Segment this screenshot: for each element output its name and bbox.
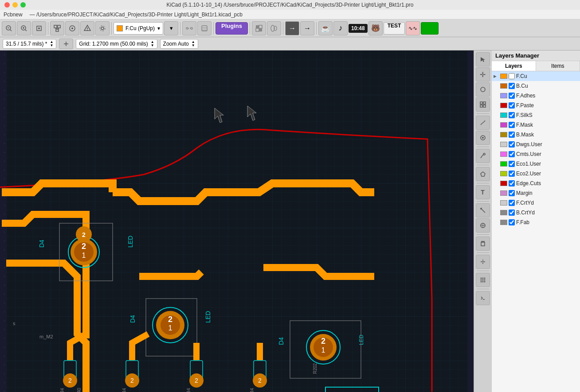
minimize-button[interactable] <box>12 2 18 8</box>
zoom-out-button[interactable] <box>2 21 16 35</box>
select-tool[interactable] <box>476 52 490 66</box>
layer-row-edge-cuts[interactable]: Edge.Cuts <box>492 179 580 188</box>
layer-color-swatch <box>500 210 507 215</box>
layer-row-margin[interactable]: Margin <box>492 188 580 198</box>
svg-rect-97 <box>483 105 486 107</box>
coord-arrows[interactable]: ▲ ▼ <box>50 40 53 47</box>
arrow-right2-button[interactable]: → <box>300 21 314 35</box>
layer-color-swatch <box>500 220 507 225</box>
route-tool[interactable] <box>476 116 490 130</box>
layer-row-f-cu[interactable]: ▶F.Cu <box>492 71 580 81</box>
separator7 <box>316 22 317 35</box>
layer-visibility-checkbox[interactable] <box>509 112 515 118</box>
layer-dropdown-btn[interactable]: ▾ <box>164 21 178 35</box>
via-tool[interactable] <box>476 131 490 145</box>
layer-row-b-cu[interactable]: B.Cu <box>492 81 580 91</box>
layer-row-dwgs-user[interactable]: Dwgs.User <box>492 140 580 149</box>
layer-row-f-silks[interactable]: F.SilkS <box>492 110 580 120</box>
layer-visibility-checkbox[interactable] <box>509 180 515 186</box>
layer-visibility-checkbox[interactable] <box>509 151 515 157</box>
grid-arrows[interactable]: ▲ ▼ <box>151 40 154 47</box>
polygon-tool[interactable] <box>476 167 490 181</box>
layer-visibility-checkbox[interactable] <box>509 190 515 196</box>
cross-tool[interactable]: ✛ <box>476 67 490 82</box>
layer-visibility-checkbox[interactable] <box>509 171 515 177</box>
layer-visibility-checkbox[interactable] <box>509 83 515 89</box>
layer-visibility-checkbox[interactable] <box>509 73 515 79</box>
zoom-fit-button[interactable] <box>32 21 46 35</box>
layer-name-label: F.Mask <box>516 122 533 128</box>
net-inspector-button[interactable] <box>50 21 64 35</box>
svg-line-6 <box>25 30 27 31</box>
setup-button[interactable] <box>95 21 110 35</box>
layer-row-f-fab[interactable]: F.Fab <box>492 217 580 227</box>
layer-row-f-mask[interactable]: F.Mask <box>492 120 580 130</box>
layer-visibility-checkbox[interactable] <box>509 141 515 147</box>
board-stats-button[interactable] <box>252 21 266 35</box>
zoom-in-button[interactable] <box>17 21 31 35</box>
tab-layers[interactable]: Layers <box>492 61 536 71</box>
zoom-display[interactable]: Zoom Auto ▲ ▼ <box>160 39 198 49</box>
arrow-right-button[interactable]: → <box>285 21 299 35</box>
layer-visibility-checkbox[interactable] <box>509 219 515 225</box>
highlight-button[interactable] <box>65 21 79 35</box>
footprint-button[interactable] <box>267 21 281 35</box>
layer-row-f-paste[interactable]: F.Paste <box>492 101 580 110</box>
grid-tool[interactable] <box>476 97 490 112</box>
right-tools-panel: ✛ T <box>474 50 491 392</box>
tab-items[interactable]: Items <box>536 61 580 71</box>
coord-reset-button[interactable] <box>59 39 73 49</box>
close-button[interactable] <box>4 2 10 8</box>
copper-pour-button[interactable] <box>197 21 212 35</box>
test-button[interactable]: TEST <box>384 22 405 35</box>
layer-visibility-checkbox[interactable] <box>509 210 515 216</box>
layer-name-label: B.Mask <box>516 132 534 138</box>
grid-display[interactable]: Grid: 1.2700 mm (50.00 mils) ▲ ▼ <box>76 39 157 49</box>
coordinates-display[interactable]: 31.5 / 15.7 mils) * ▲ ▼ <box>3 39 56 49</box>
svg-point-118 <box>480 279 482 281</box>
layer-select[interactable]: F.Cu (PgUp) ▾ <box>114 22 163 35</box>
text-tool[interactable]: T <box>476 185 490 199</box>
pcb-canvas[interactable]: 2 1 2 D4 LED 2 1 D4 LED <box>0 50 474 392</box>
layer-row-f-crtyd[interactable]: F.CrtYd <box>492 198 580 208</box>
svg-text:D4: D4 <box>278 337 285 345</box>
script-tool[interactable] <box>476 291 490 305</box>
layer-visibility-checkbox[interactable] <box>509 122 515 128</box>
layer-visibility-checkbox[interactable] <box>509 200 515 206</box>
maximize-button[interactable] <box>20 2 26 8</box>
svg-line-102 <box>481 208 485 213</box>
zoom-arrows[interactable]: ▲ ▼ <box>192 40 195 47</box>
layer-color-swatch <box>500 181 507 186</box>
svg-rect-30 <box>259 28 262 31</box>
delete-tool[interactable] <box>476 237 490 251</box>
ratsnest-button[interactable] <box>182 21 196 35</box>
pcb-svg: 2 1 2 D4 LED 2 1 D4 LED <box>0 50 474 392</box>
align-tool[interactable] <box>476 255 490 269</box>
layer-row-eco2-user[interactable]: Eco2.User <box>492 169 580 179</box>
layer-visibility-checkbox[interactable] <box>509 93 515 99</box>
svg-text:1: 1 <box>169 324 172 332</box>
layer-name-label: Dwgs.User <box>516 141 542 147</box>
layer-row-b-crtyd[interactable]: B.CrtYd <box>492 208 580 217</box>
plugins-button[interactable]: Plugins <box>216 22 248 35</box>
svg-text:R202: R202 <box>313 363 317 374</box>
circle-tool[interactable] <box>476 82 490 97</box>
main-area: 2 1 2 D4 LED 2 1 D4 LED <box>0 50 580 392</box>
layer-visibility-checkbox[interactable] <box>509 161 515 167</box>
title-text: KiCad (5.1.10-1-10_14) /Users/bruce/PROJ… <box>167 2 414 8</box>
drc-button[interactable] <box>80 21 94 35</box>
layer-row-eco1-user[interactable]: Eco1.User <box>492 159 580 169</box>
origin-tool[interactable] <box>476 218 490 233</box>
separator3 <box>180 22 180 35</box>
layer-name-label: Eco1.User <box>516 161 541 167</box>
svg-point-93 <box>481 87 485 92</box>
layer-row-cmts-user[interactable]: Cmts.User <box>492 149 580 159</box>
dots-tool[interactable] <box>476 273 490 287</box>
layer-visibility-checkbox[interactable] <box>509 132 515 138</box>
layer-visibility-checkbox[interactable] <box>509 102 515 109</box>
layer-row-b-mask[interactable]: B.Mask <box>492 130 580 140</box>
inspect-tool[interactable] <box>476 149 490 163</box>
svg-text:R4: R4 <box>122 388 127 392</box>
layer-row-f-adhes[interactable]: F.Adhes <box>492 91 580 101</box>
measure-tool[interactable] <box>476 203 490 217</box>
